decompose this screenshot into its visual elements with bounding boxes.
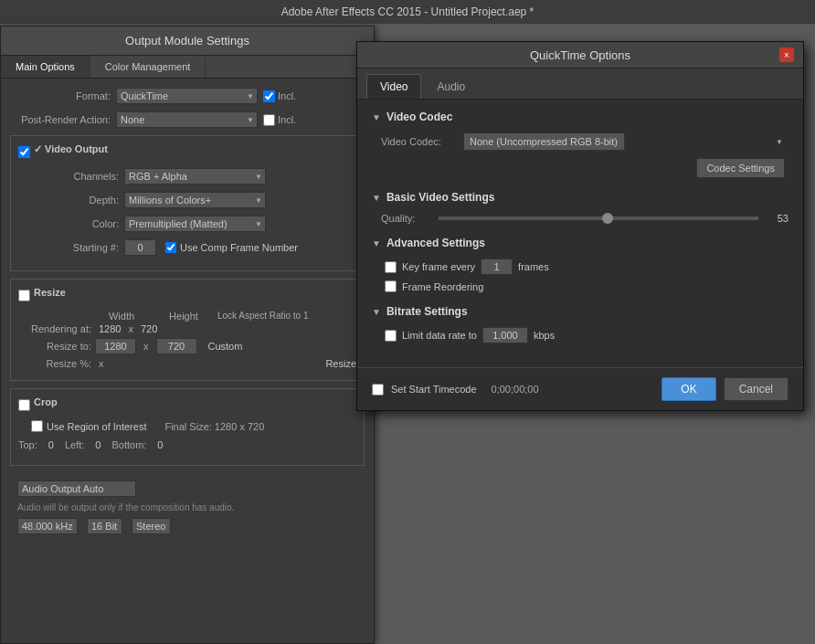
limit-data-row: Limit data rate to kbps — [372, 327, 789, 343]
final-size-label: Final Size: 1280 x 720 — [164, 421, 264, 432]
crop-check[interactable] — [18, 399, 30, 411]
resize-section: Resize Width Height Lock Aspect Ratio to… — [10, 279, 365, 381]
sample-rate-select[interactable]: 48.000 kHz — [17, 518, 78, 534]
rendering-at-row: Rendering at: 1280 x 720 — [18, 323, 356, 334]
key-frame-label: Key frame every — [402, 261, 475, 272]
cancel-button[interactable]: Cancel — [724, 377, 789, 401]
left-label: Left: — [65, 439, 84, 450]
wh-labels: Width Height Lock Aspect Ratio to 1 — [18, 311, 356, 322]
post-render-select[interactable]: None — [116, 111, 258, 128]
key-frame-check[interactable] — [385, 261, 397, 273]
advanced-section-header: Advanced Settings — [372, 237, 789, 249]
oms-dialog: Output Module Settings Main Options Colo… — [0, 26, 375, 644]
audio-section: Audio Output Auto Audio will be output o… — [10, 473, 365, 547]
channels-row: Channels: RGB + Alpha — [18, 168, 356, 185]
resize-to-h-input[interactable] — [156, 338, 197, 354]
color-select[interactable]: Premultiplied (Matted) — [124, 216, 266, 232]
bit-depth-select[interactable]: 16 Bit — [87, 518, 122, 534]
tab-video[interactable]: Video — [366, 74, 421, 99]
bottom-label: Bottom: — [111, 439, 146, 450]
video-codec-row: Video Codec: None (Uncompressed RGB 8-bi… — [372, 132, 789, 151]
codec-settings-row: Codec Settings — [372, 158, 789, 178]
top-value: 0 — [48, 439, 54, 450]
use-comp-frame-check[interactable] — [165, 242, 176, 253]
key-frame-value[interactable] — [481, 259, 513, 275]
advanced-settings-section: Advanced Settings Key frame every frames… — [372, 237, 789, 292]
post-render-label: Post-Render Action: — [10, 114, 111, 125]
starting-hash-input[interactable] — [124, 239, 156, 256]
starting-hash-label: Starting #: — [18, 242, 119, 253]
codec-settings-button[interactable]: Codec Settings — [696, 158, 785, 178]
stereo-select[interactable]: Stereo — [132, 518, 171, 534]
qt-close-button[interactable]: × — [779, 48, 794, 62]
tab-audio[interactable]: Audio — [423, 74, 479, 99]
format-select[interactable]: QuickTime — [116, 88, 258, 104]
depth-label: Depth: — [18, 195, 119, 206]
oms-dialog-title: Output Module Settings — [1, 26, 374, 56]
resize-to-label: Resize to: — [18, 341, 91, 352]
qt-dialog-title: QuickTime Options — [381, 48, 779, 62]
resize-label: Resize — [34, 287, 66, 298]
set-start-timecode-label: Set Start Timecode — [391, 384, 477, 395]
resize-pct-x: x — [99, 358, 104, 369]
timecode-row: Set Start Timecode 0;00;00;00 — [372, 384, 539, 396]
resize-check[interactable] — [18, 290, 30, 301]
color-label: Color: — [18, 218, 119, 229]
video-output-section: ✓ Video Output Channels: RGB + Alpha Dep… — [10, 135, 365, 271]
video-output-check[interactable] — [18, 146, 30, 158]
use-roi-label: Use Region of Interest — [47, 421, 146, 432]
tab-main-options[interactable]: Main Options — [1, 56, 90, 78]
video-codec-section: Video Codec Video Codec: None (Uncompres… — [372, 111, 789, 178]
key-frame-unit: frames — [518, 261, 549, 272]
use-comp-frame-row: Use Comp Frame Number — [165, 242, 298, 253]
limit-data-check[interactable] — [385, 330, 397, 342]
timecode-value: 0;00;00;00 — [492, 384, 539, 395]
tab-color-management[interactable]: Color Management — [90, 56, 206, 78]
depth-select[interactable]: Millions of Colors+ — [124, 192, 266, 208]
resize-to-w-input[interactable] — [95, 338, 136, 354]
include-format-check[interactable] — [263, 90, 275, 102]
crop-section: Crop Use Region of Interest Final Size: … — [10, 388, 365, 466]
quality-label: Quality: — [381, 213, 431, 224]
title-bar: Adobe After Effects CC 2015 - Untitled P… — [0, 0, 815, 25]
include-checkbox-format: Incl. — [263, 90, 296, 102]
qt-dialog: QuickTime Options × Video Audio Video Co… — [356, 41, 804, 411]
include-checkbox-post: Incl. — [263, 114, 296, 126]
video-codec-label: Video Codec: — [381, 136, 463, 147]
video-codec-section-header: Video Codec — [372, 111, 789, 123]
set-start-timecode-check[interactable] — [372, 384, 384, 396]
limit-data-unit: kbps — [534, 330, 555, 341]
crop-coords-row: Top: 0 Left: 0 Bottom: 0 — [18, 439, 356, 450]
video-output-label: ✓ Video Output — [34, 143, 108, 155]
starting-hash-row: Starting #: Use Comp Frame Number — [18, 239, 356, 256]
basic-video-section-header: Basic Video Settings — [372, 191, 789, 204]
resize-btn[interactable]: Resize — [325, 358, 356, 369]
limit-data-value[interactable] — [482, 327, 528, 343]
use-roi-check[interactable] — [31, 420, 43, 432]
resize-pct-label: Resize %: — [18, 358, 91, 369]
quality-slider[interactable] — [439, 216, 758, 220]
video-codec-select[interactable]: None (Uncompressed RGB 8-bit) — [463, 132, 625, 151]
depth-row: Depth: Millions of Colors+ — [18, 192, 356, 208]
oms-body: Format: QuickTime Incl. Post-Render Acti… — [1, 79, 374, 556]
audio-output-row: Audio Output Auto — [17, 480, 357, 497]
include-post-check[interactable] — [263, 114, 275, 126]
crop-label: Crop — [34, 396, 58, 407]
crop-header: Crop — [18, 396, 356, 413]
color-row: Color: Premultiplied (Matted) — [18, 216, 356, 232]
quality-row: Quality: 53 — [372, 213, 789, 224]
rendering-at-w: 1280 — [99, 323, 121, 334]
frame-reorder-row: Frame Reordering — [372, 280, 789, 292]
oms-tabs: Main Options Color Management — [1, 56, 374, 79]
format-select-wrapper: QuickTime — [116, 88, 258, 104]
key-frame-row: Key frame every frames — [372, 259, 789, 275]
bitrate-section-header: Bitrate Settings — [372, 305, 789, 318]
lock-aspect-label: Lock Aspect Ratio to 1 — [217, 311, 309, 322]
bitrate-section: Bitrate Settings Limit data rate to kbps — [372, 305, 789, 343]
ok-button[interactable]: OK — [662, 377, 715, 401]
resize-header: Resize — [18, 287, 356, 303]
frame-reorder-check[interactable] — [385, 280, 397, 292]
qt-tabs: Video Audio — [357, 69, 803, 100]
audio-output-select[interactable]: Audio Output Auto — [17, 480, 136, 497]
channels-select[interactable]: RGB + Alpha — [124, 168, 266, 185]
